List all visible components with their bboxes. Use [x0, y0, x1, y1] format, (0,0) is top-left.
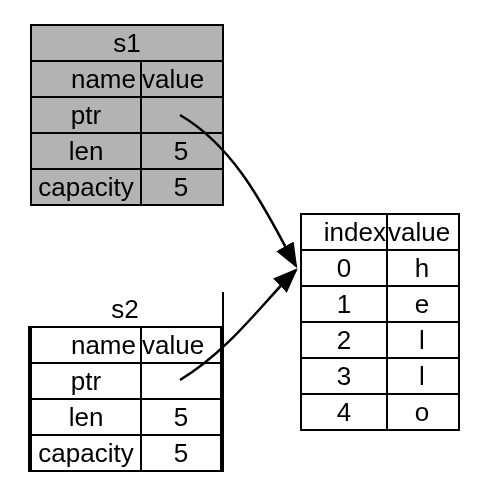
field-name: ptr	[32, 364, 142, 398]
field-value	[142, 98, 220, 132]
heap-index: 0	[302, 251, 388, 285]
table-row: 3 l	[302, 357, 458, 393]
field-value: 5	[142, 170, 220, 204]
table-row: 0 h	[302, 249, 458, 285]
col-header-name: name	[32, 328, 142, 362]
col-header-value: value	[142, 62, 220, 96]
field-value: 5	[142, 436, 220, 470]
col-header-value: value	[142, 328, 220, 362]
field-name: len	[32, 134, 142, 168]
field-name: len	[32, 400, 142, 434]
struct-s2-header: name value	[32, 326, 222, 362]
heap-value: o	[388, 395, 456, 429]
table-row: 1 e	[302, 285, 458, 321]
field-name: capacity	[32, 436, 142, 470]
table-row: ptr	[32, 96, 222, 132]
heap-value: e	[388, 287, 456, 321]
field-value	[142, 364, 220, 398]
heap-index: 1	[302, 287, 388, 321]
struct-s2-title-overlay: s2	[30, 292, 220, 326]
heap-value: l	[388, 323, 456, 357]
table-row: len 5	[32, 398, 222, 434]
table-row: capacity 5	[32, 434, 222, 470]
struct-s1-title: s1	[32, 26, 222, 60]
heap-index: 2	[302, 323, 388, 357]
field-name: ptr	[32, 98, 142, 132]
field-value: 5	[142, 400, 220, 434]
field-value: 5	[142, 134, 220, 168]
table-row: 4 o	[302, 393, 458, 429]
col-header-name: name	[32, 62, 142, 96]
table-row: capacity 5	[32, 168, 222, 204]
field-name: capacity	[32, 170, 142, 204]
col-header-index: index	[302, 215, 388, 249]
heap-header: index value	[302, 215, 458, 249]
struct-s2-right-border	[220, 326, 222, 472]
struct-s1: s1 name value ptr len 5 capacity 5	[30, 24, 224, 206]
table-row: ptr	[32, 362, 222, 398]
col-header-value: value	[388, 215, 456, 249]
heap-buffer: index value 0 h 1 e 2 l 3 l 4 o	[300, 213, 460, 431]
struct-s2-top-border	[30, 326, 220, 328]
struct-s2-left-border	[28, 326, 30, 472]
struct-s1-header: name value	[32, 60, 222, 96]
table-row: 2 l	[302, 321, 458, 357]
heap-index: 4	[302, 395, 388, 429]
table-row: len 5	[32, 132, 222, 168]
heap-index: 3	[302, 359, 388, 393]
heap-value: h	[388, 251, 456, 285]
heap-value: l	[388, 359, 456, 393]
